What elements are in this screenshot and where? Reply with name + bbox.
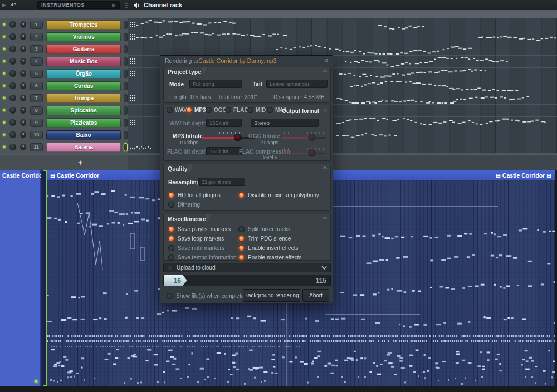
channel-number[interactable]: 10 <box>30 131 43 139</box>
channel-number[interactable]: 3 <box>30 45 43 53</box>
channel-button[interactable]: Pizzicatos <box>46 118 121 128</box>
channels-dropdown[interactable]: Stereo <box>251 119 319 127</box>
channel-button[interactable]: Baixo <box>46 130 121 140</box>
channel-button[interactable]: Music Box <box>46 57 121 66</box>
flac-radio[interactable] <box>225 107 231 113</box>
render-dialog-titlebar[interactable]: Rendering to Castle Corridor by Danny.mp… <box>160 56 333 66</box>
channel-enable-led[interactable] <box>3 84 6 87</box>
channel-pan-knob[interactable] <box>9 46 16 52</box>
channel-number[interactable]: 4 <box>30 57 43 66</box>
enable-insert-effects-option[interactable]: Enable insert effects <box>238 244 298 251</box>
save-note-markers-option[interactable]: Save note markers <box>168 244 224 251</box>
channel-volume-knob[interactable] <box>20 33 26 40</box>
dithering-option[interactable]: Dithering <box>168 201 200 208</box>
channel-button[interactable]: Spiccatos <box>46 106 121 115</box>
abort-button[interactable]: Abort <box>302 289 329 302</box>
mid-radio[interactable] <box>247 107 253 113</box>
disable-max-polyphony-option[interactable]: Disable maximum polyphony <box>238 192 319 198</box>
trim-pdc-silence-option[interactable]: Trim PDC silence <box>238 235 291 242</box>
channel-pan-knob[interactable] <box>9 144 16 150</box>
channel-pan-knob[interactable] <box>9 119 16 126</box>
mp3-radio[interactable] <box>186 107 192 113</box>
selected-clip-strip[interactable] <box>43 170 47 386</box>
channel-pan-knob[interactable] <box>9 95 16 101</box>
format-flac[interactable]: FLAC <box>225 107 248 113</box>
save-playlist-markers-option[interactable]: Save playlist markers <box>168 226 231 232</box>
mp3-bitrate-slider[interactable] <box>202 132 255 141</box>
channel-enable-led[interactable] <box>3 109 6 112</box>
channel-enable-led[interactable] <box>3 133 6 136</box>
dithering-led[interactable] <box>168 202 174 208</box>
channel-volume-knob[interactable] <box>20 95 26 101</box>
channel-number[interactable]: 8 <box>30 106 43 115</box>
close-icon[interactable]: × <box>324 57 328 64</box>
wav-radio[interactable] <box>167 107 173 113</box>
format-ogg[interactable]: OGG <box>206 107 227 113</box>
channel-enable-led[interactable] <box>3 47 6 51</box>
save-loop-markers-option[interactable]: Save loop markers <box>168 235 224 242</box>
channel-display-selector[interactable] <box>124 119 128 127</box>
collapse-arrow-icon[interactable]: ▶ <box>2 2 6 8</box>
channel-pan-knob[interactable] <box>9 107 16 114</box>
ogg-bitrate-slider[interactable] <box>282 132 326 141</box>
channel-pan-knob[interactable] <box>9 70 16 77</box>
channel-button[interactable]: Violinos <box>46 32 121 42</box>
format-mp3[interactable]: MP3 <box>186 107 206 113</box>
channel-number[interactable]: 2 <box>30 33 43 41</box>
channel-volume-knob[interactable] <box>20 131 26 138</box>
channel-button[interactable]: Trompa <box>46 94 121 103</box>
channel-enable-led[interactable] <box>3 121 6 124</box>
pattern-selector[interactable]: INSTRUMENTOS ▶ <box>37 1 120 9</box>
channel-pan-knob[interactable] <box>9 131 16 138</box>
add-channel-button[interactable]: + <box>72 157 88 168</box>
channel-button[interactable]: Órgão <box>46 69 121 79</box>
split-mixer-tracks-led[interactable] <box>238 226 245 232</box>
channel-volume-knob[interactable] <box>20 70 26 77</box>
disable-max-polyphony-led[interactable] <box>238 192 245 198</box>
split-mixer-tracks-option[interactable]: Split mixer tracks <box>238 226 290 232</box>
channel-display-selector[interactable] <box>124 45 128 53</box>
channel-number[interactable]: 7 <box>30 94 43 102</box>
enable-master-effects-option[interactable]: Enable master effects <box>238 254 302 261</box>
flac-bit-depth-dropdown[interactable]: 16Bit int <box>206 147 242 155</box>
format-mid[interactable]: MID <box>247 107 266 113</box>
channel-display-selector[interactable] <box>124 21 128 29</box>
channel-display-selector[interactable] <box>124 33 128 41</box>
hq-all-plugins-led[interactable] <box>168 192 174 198</box>
channel-display-selector[interactable] <box>124 94 128 102</box>
enable-insert-effects-led[interactable] <box>238 245 245 251</box>
output-format-header[interactable]: Output format <box>282 108 319 114</box>
channel-number[interactable]: 11 <box>30 143 43 151</box>
tail-dropdown[interactable]: Leave remainder <box>266 80 328 88</box>
playlist-track-header[interactable]: Castle Corridor <box>0 170 41 386</box>
channel-pan-knob[interactable] <box>9 21 16 28</box>
track-activity-led[interactable] <box>35 380 38 383</box>
channel-volume-knob[interactable] <box>20 144 26 150</box>
channel-number[interactable]: 5 <box>30 70 43 78</box>
channel-volume-knob[interactable] <box>20 21 26 28</box>
mode-dropdown[interactable]: Full song <box>189 80 242 88</box>
channel-display-selector[interactable] <box>124 82 128 90</box>
quality-header[interactable]: Quality <box>164 164 330 173</box>
show-files-option[interactable]: Show file(s) when complete <box>167 292 244 299</box>
channel-button[interactable]: Trompetes <box>46 20 121 30</box>
channel-volume-knob[interactable] <box>20 82 26 89</box>
channel-number[interactable]: 9 <box>30 119 43 127</box>
channel-volume-knob[interactable] <box>20 119 26 126</box>
channel-display-selector[interactable] <box>124 57 128 66</box>
collapse-chevron-icon[interactable] <box>323 109 327 113</box>
channel-volume-knob[interactable] <box>20 58 26 65</box>
channel-display-selector[interactable] <box>124 70 128 78</box>
channel-pan-knob[interactable] <box>9 82 16 89</box>
channel-enable-led[interactable] <box>3 145 6 149</box>
trim-pdc-silence-led[interactable] <box>238 236 245 242</box>
channel-display-selector[interactable] <box>124 106 128 115</box>
chevron-down-icon[interactable] <box>321 264 327 270</box>
save-playlist-markers-led[interactable] <box>168 226 174 232</box>
wav-bit-depth-dropdown[interactable]: 16Bit int <box>206 119 242 127</box>
channel-display-selector[interactable] <box>124 131 128 139</box>
upload-to-cloud-bar[interactable]: Upload to cloud <box>163 263 331 272</box>
save-loop-markers-led[interactable] <box>168 236 174 242</box>
channel-enable-led[interactable] <box>3 23 6 26</box>
save-note-markers-led[interactable] <box>168 245 174 251</box>
